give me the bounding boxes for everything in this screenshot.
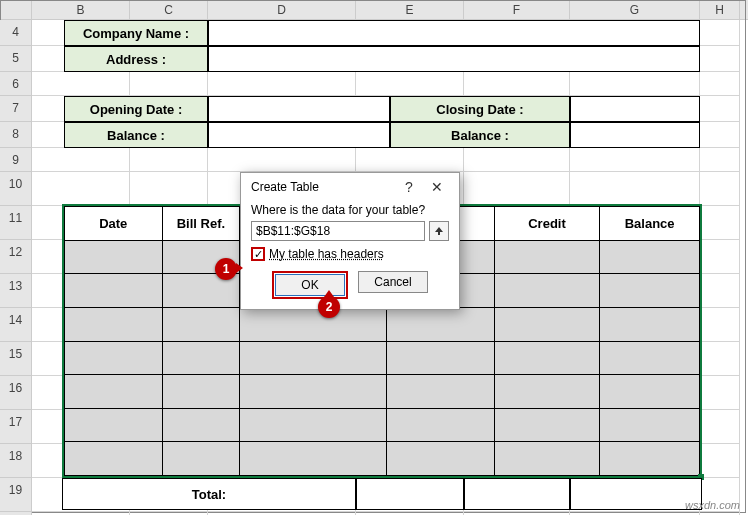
row-17[interactable]: 17	[0, 410, 32, 444]
col-D[interactable]: D	[208, 0, 356, 19]
row-10[interactable]: 10	[0, 172, 32, 206]
th-date: Date	[65, 207, 163, 241]
annotation-marker-2: 2	[318, 296, 340, 318]
address-label: Address :	[64, 46, 208, 72]
col-F[interactable]: F	[464, 0, 570, 19]
row-14[interactable]: 14	[0, 308, 32, 342]
dialog-help-button[interactable]: ?	[395, 179, 423, 195]
opening-date-label: Opening Date :	[64, 96, 208, 122]
cancel-button[interactable]: Cancel	[358, 271, 428, 293]
col-G[interactable]: G	[570, 0, 700, 19]
table-row[interactable]	[65, 442, 700, 476]
table-row[interactable]	[65, 341, 700, 375]
row-19[interactable]: 19	[0, 478, 32, 512]
col-H[interactable]: H	[700, 0, 740, 19]
balance-left-value[interactable]	[208, 122, 390, 148]
select-all-corner[interactable]	[0, 0, 32, 19]
collapse-dialog-button[interactable]	[429, 221, 449, 241]
opening-date-value[interactable]	[208, 96, 390, 122]
row-15[interactable]: 15	[0, 342, 32, 376]
create-table-dialog: Create Table ? ✕ Where is the data for y…	[240, 172, 460, 310]
closing-date-label: Closing Date :	[390, 96, 570, 122]
row-6[interactable]: 6	[0, 72, 32, 96]
row-18[interactable]: 18	[0, 444, 32, 478]
row-4[interactable]: 4	[0, 20, 32, 46]
dialog-close-button[interactable]: ✕	[423, 179, 451, 195]
col-E[interactable]: E	[356, 0, 464, 19]
th-credit: Credit	[494, 207, 600, 241]
table-row[interactable]	[65, 375, 700, 409]
row-9[interactable]: 9	[0, 148, 32, 172]
dialog-title: Create Table	[251, 180, 395, 194]
headers-checkbox-label: My table has headers	[269, 247, 384, 261]
company-name-value[interactable]	[208, 20, 700, 46]
table-row[interactable]	[65, 307, 700, 341]
row-7[interactable]: 7	[0, 96, 32, 122]
address-value[interactable]	[208, 46, 700, 72]
row-11[interactable]: 11	[0, 206, 32, 240]
col-C[interactable]: C	[130, 0, 208, 19]
arrow-up-icon	[434, 226, 444, 236]
table-row[interactable]	[65, 408, 700, 442]
annotation-marker-1: 1	[215, 258, 237, 280]
table-range-input[interactable]	[251, 221, 425, 241]
balance-right-value[interactable]	[570, 122, 700, 148]
company-name-label: Company Name :	[64, 20, 208, 46]
closing-date-value[interactable]	[570, 96, 700, 122]
balance-left-label: Balance :	[64, 122, 208, 148]
headers-checkbox[interactable]: ✓	[251, 247, 265, 261]
th-balance: Balance	[600, 207, 700, 241]
balance-right-label: Balance :	[390, 122, 570, 148]
row-12[interactable]: 12	[0, 240, 32, 274]
total-balance[interactable]	[570, 478, 702, 510]
ok-highlight: OK	[272, 271, 348, 299]
row-8[interactable]: 8	[0, 122, 32, 148]
dialog-prompt: Where is the data for your table?	[251, 203, 449, 217]
ok-button[interactable]: OK	[275, 274, 345, 296]
total-credit[interactable]	[464, 478, 570, 510]
th-billref: Bill Ref.	[162, 207, 240, 241]
row-16[interactable]: 16	[0, 376, 32, 410]
total-debit[interactable]	[356, 478, 464, 510]
col-B[interactable]: B	[32, 0, 130, 19]
column-headers: B C D E F G H	[0, 0, 748, 20]
total-label: Total:	[62, 478, 356, 510]
row-5[interactable]: 5	[0, 46, 32, 72]
watermark: wsxdn.com	[685, 499, 740, 511]
row-13[interactable]: 13	[0, 274, 32, 308]
